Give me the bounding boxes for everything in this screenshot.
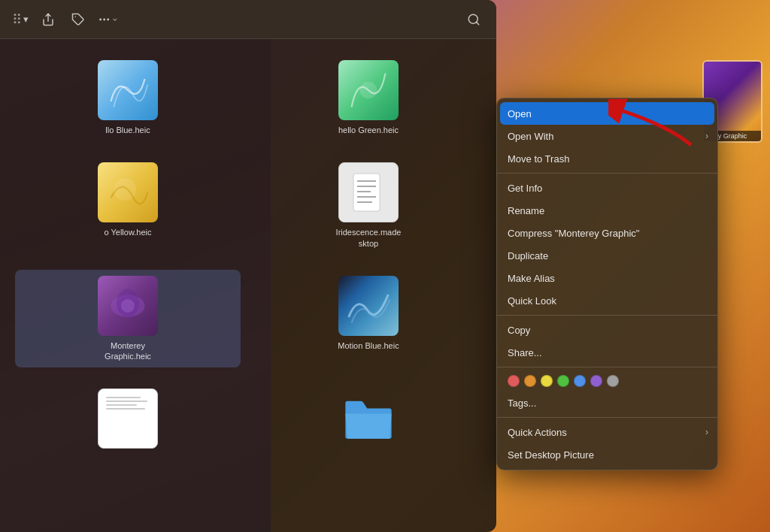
menu-item-set-desktop-label: Set Desktop Picture — [508, 449, 594, 461]
menu-item-get-info-label: Get Info — [508, 183, 542, 194]
file-name-monterey-graphic: Monterey Graphic.heic — [90, 340, 165, 362]
doc-line — [106, 408, 145, 410]
menu-item-duplicate-label: Duplicate — [508, 250, 548, 261]
file-name-hello-green: hello Green.heic — [338, 125, 399, 135]
sort-chevron: ▾ — [23, 14, 29, 25]
file-item-hello-blue[interactable]: llo Blue.heic — [15, 54, 241, 141]
doc-line — [106, 397, 141, 398]
finder-toolbar: ⠿ ▾ — [0, 0, 496, 39]
menu-item-tags-label: Tags... — [508, 397, 536, 409]
quick-actions-submenu-arrow: › — [705, 427, 708, 437]
finder-window: ⠿ ▾ — [0, 0, 496, 532]
tag-dot-gray[interactable] — [607, 375, 619, 387]
file-thumb-text-doc — [98, 388, 158, 449]
tag-dot-orange[interactable] — [524, 375, 536, 387]
tag-dot-green[interactable] — [557, 375, 569, 387]
doc-line — [106, 401, 147, 402]
svg-point-8 — [114, 179, 136, 201]
file-item-iridescence[interactable]: Iridescence.made sktop — [256, 156, 481, 255]
menu-divider-3 — [497, 367, 717, 367]
finder-file-grid: llo Blue.heic hello Green.heic o Yellow.… — [0, 39, 496, 532]
svg-point-3 — [108, 19, 108, 20]
tag-dot-yellow[interactable] — [541, 375, 553, 387]
menu-divider-4 — [497, 417, 717, 418]
file-item-hello-green[interactable]: hello Green.heic — [256, 54, 481, 141]
svg-point-17 — [121, 299, 135, 313]
tag-dot-red[interactable] — [508, 375, 520, 387]
menu-item-tags[interactable]: Tags... — [497, 391, 717, 414]
red-arrow-indicator — [608, 96, 699, 156]
menu-item-copy[interactable]: Copy — [497, 319, 717, 341]
menu-item-rename[interactable]: Rename — [497, 199, 717, 222]
menu-divider-2 — [497, 315, 717, 316]
svg-point-4 — [100, 19, 101, 20]
menu-item-quick-look-label: Quick Look — [508, 295, 556, 307]
file-name-hello-blue: llo Blue.heic — [105, 125, 150, 135]
menu-item-compress-label: Compress "Monterey Graphic" — [508, 228, 639, 239]
menu-divider-1 — [497, 173, 717, 174]
file-name-motion-blue: Motion Blue.heic — [338, 340, 399, 351]
svg-point-2 — [104, 19, 105, 20]
file-item-folder[interactable] — [256, 382, 481, 459]
file-item-hello-yellow[interactable]: o Yellow.heic — [15, 156, 241, 255]
menu-item-share[interactable]: Share... — [497, 341, 717, 364]
menu-item-make-alias[interactable]: Make Alias — [497, 267, 717, 289]
menu-item-open-with-label: Open With — [508, 131, 553, 142]
file-thumb-monterey-graphic — [98, 276, 158, 336]
svg-line-6 — [476, 22, 478, 24]
svg-point-7 — [360, 82, 377, 99]
file-thumb-hello-yellow — [98, 162, 158, 222]
search-toolbar-button[interactable] — [463, 9, 484, 30]
file-thumb-hello-blue — [98, 60, 158, 120]
menu-item-open-label: Open — [508, 108, 532, 119]
tag-dot-blue[interactable] — [574, 375, 586, 387]
file-thumb-hello-green — [338, 60, 399, 120]
open-with-submenu-arrow: › — [705, 131, 708, 141]
share-toolbar-button[interactable] — [38, 9, 59, 30]
file-item-motion-blue[interactable]: Motion Blue.heic — [256, 270, 481, 368]
menu-item-quick-look[interactable]: Quick Look — [497, 289, 717, 312]
more-toolbar-button[interactable] — [98, 9, 119, 30]
menu-item-quick-actions[interactable]: Quick Actions › — [497, 421, 717, 443]
menu-item-set-desktop[interactable]: Set Desktop Picture — [497, 443, 717, 466]
menu-item-get-info[interactable]: Get Info — [497, 177, 717, 199]
file-name-hello-yellow: o Yellow.heic — [105, 227, 152, 237]
tag-dot-purple[interactable] — [590, 375, 602, 387]
tag-toolbar-button[interactable] — [68, 9, 89, 30]
doc-lines — [106, 397, 150, 412]
menu-item-copy-label: Copy — [508, 325, 530, 336]
sort-icon: ⠿ — [12, 11, 22, 28]
sort-button[interactable]: ⠿ ▾ — [12, 11, 29, 28]
menu-item-share-label: Share... — [508, 347, 542, 358]
menu-item-duplicate[interactable]: Duplicate — [497, 244, 717, 267]
file-item-text-doc[interactable] — [15, 382, 241, 459]
menu-item-make-alias-label: Make Alias — [508, 273, 555, 284]
file-name-iridescence: Iridescence.made sktop — [331, 227, 406, 249]
menu-item-rename-label: Rename — [508, 205, 544, 216]
menu-item-compress[interactable]: Compress "Monterey Graphic" — [497, 222, 717, 244]
file-item-monterey-graphic[interactable]: Monterey Graphic.heic — [15, 270, 241, 368]
file-thumb-folder — [338, 388, 399, 449]
menu-item-move-to-trash-label: Move to Trash — [508, 153, 569, 165]
file-thumb-iridescence — [338, 162, 399, 222]
tag-dots-row — [497, 370, 717, 391]
file-thumb-motion-blue — [338, 276, 399, 336]
menu-item-quick-actions-label: Quick Actions — [508, 427, 567, 438]
doc-line — [106, 404, 137, 406]
